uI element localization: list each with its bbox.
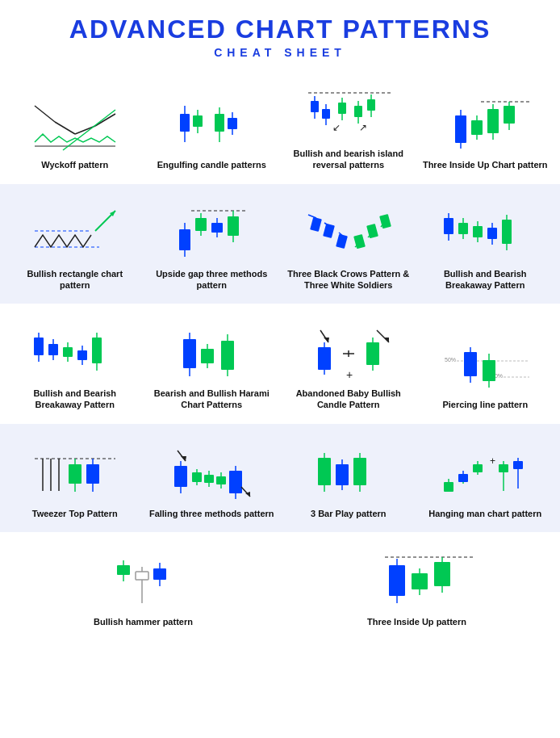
svg-line-5 xyxy=(63,110,115,150)
falling-three-chart xyxy=(163,447,260,503)
svg-rect-185 xyxy=(473,464,483,472)
engulfing-label: Engulfing candle patterns xyxy=(157,159,266,170)
engulfing-chart xyxy=(167,98,256,154)
svg-rect-26 xyxy=(338,103,346,114)
svg-rect-189 xyxy=(499,464,508,472)
pattern-harami: Bearish and Bullish Harami Chart Pattern… xyxy=(144,310,281,417)
svg-rect-61 xyxy=(211,223,223,233)
svg-text:+: + xyxy=(346,368,353,381)
svg-rect-162 xyxy=(216,476,226,484)
pattern-abandoned-baby: + Abandoned Baby Bullish Candle Pattern xyxy=(280,310,417,417)
svg-rect-85 xyxy=(473,226,483,237)
svg-rect-148 xyxy=(86,464,99,484)
svg-rect-7 xyxy=(180,114,190,132)
svg-rect-69 xyxy=(323,223,335,237)
pattern-falling-three: Falling three methods pattern xyxy=(144,430,281,526)
pattern-bullish-rectangle: Bullish rectangle chart pattern xyxy=(6,191,144,298)
wyckoff-chart xyxy=(31,98,119,154)
bar-play-label: 3 Bar Play pattern xyxy=(311,508,387,519)
bullish-hammer-label: Bullish hammer pattern xyxy=(94,616,193,627)
svg-rect-135 xyxy=(464,352,477,376)
svg-rect-67 xyxy=(310,216,322,231)
pattern-hanging-man: + Hanging man chart pattern xyxy=(417,430,554,526)
svg-rect-195 xyxy=(117,565,130,575)
breakaway-row3-chart xyxy=(27,326,123,383)
pattern-bar-play: 3 Bar Play pattern xyxy=(280,430,417,526)
wyckoff-label: Wyckoff pattern xyxy=(41,159,108,170)
svg-rect-100 xyxy=(63,347,73,357)
hanging-man-chart: + xyxy=(437,447,533,503)
svg-rect-173 xyxy=(336,464,349,485)
pattern-bullish-hammer: Bullish hammer pattern xyxy=(6,539,280,634)
svg-line-0 xyxy=(35,106,55,122)
pattern-piercing-line: 50% 50% Piercing line pattern xyxy=(417,310,554,417)
pattern-three-inside-up: Three Inside Up Chart pattern xyxy=(417,70,554,178)
pattern-breakaway-row3: Bullish and Bearish Breakaway Pattern xyxy=(6,310,144,417)
svg-rect-75 xyxy=(366,224,378,238)
pattern-upside-gap: Upside gap three methods pattern xyxy=(144,191,281,298)
svg-rect-179 xyxy=(444,482,453,492)
three-inside-up-label: Three Inside Up Chart pattern xyxy=(423,159,548,170)
svg-line-3 xyxy=(95,114,115,126)
svg-rect-176 xyxy=(353,458,366,485)
bullish-rect-chart xyxy=(31,207,119,263)
svg-rect-38 xyxy=(455,115,466,143)
three-inside-up2-label: Three Inside Up pattern xyxy=(367,616,466,627)
svg-text:+: + xyxy=(490,455,495,467)
svg-rect-97 xyxy=(48,344,58,355)
row-5: Bullish hammer pattern xyxy=(0,532,560,640)
svg-rect-109 xyxy=(183,339,196,368)
svg-rect-138 xyxy=(483,360,495,381)
svg-rect-103 xyxy=(77,350,87,360)
svg-rect-126 xyxy=(366,342,379,365)
header: ADVANCED CHART PATTERNS CHEAT SHEET xyxy=(0,0,560,64)
svg-rect-156 xyxy=(192,472,202,482)
upside-gap-chart xyxy=(167,207,256,263)
svg-text:↗: ↗ xyxy=(359,122,367,133)
breakaway-row2-chart xyxy=(437,207,533,263)
svg-rect-20 xyxy=(311,101,319,112)
svg-rect-64 xyxy=(228,216,239,236)
abandoned-baby-label: Abandoned Baby Bullish Candle Pattern xyxy=(285,388,412,411)
svg-rect-16 xyxy=(228,118,237,129)
svg-rect-208 xyxy=(412,573,428,589)
pattern-breakaway-row2: Bullish and Bearish Breakaway Pattern xyxy=(417,191,554,298)
harami-label: Bearish and Bullish Harami Chart Pattern… xyxy=(148,388,276,411)
svg-marker-151 xyxy=(181,456,186,461)
svg-marker-129 xyxy=(384,338,389,342)
breakaway-row2-label: Bullish and Bearish Breakaway Pattern xyxy=(422,268,550,291)
breakaway-row3-label: Bullish and Bearish Breakaway Pattern xyxy=(11,388,139,411)
three-inside-up2-chart xyxy=(353,551,482,611)
svg-rect-47 xyxy=(504,106,515,124)
svg-rect-120 xyxy=(318,347,331,370)
harami-chart xyxy=(167,326,256,383)
svg-rect-198 xyxy=(136,572,148,580)
svg-line-1 xyxy=(55,122,75,134)
svg-rect-201 xyxy=(153,568,166,580)
row-1: Wyckoff pattern xyxy=(0,64,560,184)
pattern-tweezer-top: Tweezer Top Pattern xyxy=(6,430,144,526)
island-chart: ↙ ↗ xyxy=(300,86,397,143)
bullish-rect-label: Bullish rectangle chart pattern xyxy=(11,268,139,291)
svg-rect-211 xyxy=(434,562,450,586)
three-inside-up-chart xyxy=(437,98,533,154)
svg-rect-88 xyxy=(487,228,497,239)
svg-rect-145 xyxy=(69,464,81,484)
bullish-hammer-chart xyxy=(79,551,208,611)
row-3: Bullish and Bearish Breakaway Pattern xyxy=(0,304,560,424)
svg-rect-165 xyxy=(229,471,242,493)
row-4: Tweezer Top Pattern xyxy=(0,424,560,532)
svg-rect-82 xyxy=(458,223,468,234)
svg-text:↙: ↙ xyxy=(332,122,341,133)
pattern-engulfing: Engulfing candle patterns xyxy=(144,70,281,178)
page: ADVANCED CHART PATTERNS CHEAT SHEET xyxy=(0,0,560,656)
crows-soldiers-chart xyxy=(300,207,397,263)
piercing-line-label: Piercing line pattern xyxy=(442,399,528,410)
row-2: Bullish rectangle chart pattern xyxy=(0,184,560,304)
crows-soldiers-label: Three Black Crows Pattern & Three White … xyxy=(285,268,412,291)
tweezer-top-label: Tweezer Top Pattern xyxy=(32,508,118,519)
svg-rect-71 xyxy=(336,233,348,248)
svg-rect-106 xyxy=(92,338,102,363)
svg-rect-182 xyxy=(458,474,468,482)
svg-rect-192 xyxy=(513,461,523,469)
